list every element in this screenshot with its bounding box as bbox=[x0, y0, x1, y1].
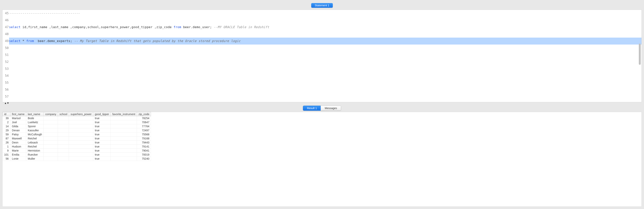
code-line[interactable]: ------------------------------------- bbox=[9, 10, 642, 17]
cell bbox=[69, 120, 93, 124]
cell: 72497 bbox=[137, 128, 151, 132]
table-row[interactable]: 39MarisolBodetrue78254 bbox=[3, 116, 151, 120]
cell: Reichel bbox=[26, 136, 44, 141]
code-line[interactable]: select * from beer.demo_experts; -- My T… bbox=[9, 38, 642, 45]
line-number: 55 bbox=[2, 79, 9, 86]
column-header[interactable]: school bbox=[58, 112, 69, 116]
cell: Muller bbox=[26, 157, 44, 161]
cell bbox=[44, 157, 58, 161]
cell: true bbox=[93, 153, 111, 157]
cell bbox=[58, 149, 69, 153]
line-number: 48 bbox=[2, 31, 9, 38]
cell: Devan bbox=[10, 128, 26, 132]
cell bbox=[44, 136, 58, 141]
column-header[interactable]: zip_code bbox=[137, 112, 151, 116]
cell: 70647 bbox=[137, 120, 151, 124]
column-header[interactable]: good_tipper bbox=[93, 112, 111, 116]
table-row[interactable]: 87MaxwellReicheltrue79168 bbox=[3, 136, 151, 141]
cell bbox=[58, 132, 69, 136]
code-line[interactable] bbox=[9, 58, 642, 65]
cell bbox=[58, 136, 69, 141]
results-grid[interactable]: idfirst_namelast_namecompanyschoolsuperh… bbox=[2, 112, 151, 161]
table-row[interactable]: 29DevanKassulketrue72497 bbox=[3, 128, 151, 132]
cell: Emilia bbox=[10, 153, 26, 157]
cell: true bbox=[93, 136, 111, 141]
cell: true bbox=[93, 120, 111, 124]
sql-editor[interactable]: 45464748495051525354555657 -------------… bbox=[2, 10, 642, 102]
cell bbox=[111, 124, 137, 128]
code-line[interactable] bbox=[9, 86, 642, 93]
column-header[interactable]: superhero_power bbox=[69, 112, 93, 116]
column-header[interactable]: company bbox=[44, 112, 58, 116]
line-number: 56 bbox=[2, 86, 9, 93]
cell bbox=[44, 124, 58, 128]
code-line[interactable] bbox=[9, 31, 642, 38]
cell bbox=[111, 141, 137, 145]
cell: Ruecker bbox=[26, 153, 44, 157]
cell bbox=[111, 157, 137, 161]
cell: 70019 bbox=[137, 153, 151, 157]
cell: true bbox=[93, 141, 111, 145]
cell bbox=[111, 128, 137, 132]
code-line[interactable] bbox=[9, 79, 642, 86]
cell bbox=[58, 153, 69, 157]
table-row[interactable]: 14GildaSporertrue77764 bbox=[3, 124, 151, 128]
code-line[interactable] bbox=[9, 65, 642, 72]
cell: 14 bbox=[3, 124, 10, 128]
cell: Bode bbox=[26, 116, 44, 120]
editor-scrollbar[interactable] bbox=[638, 10, 641, 102]
cell bbox=[44, 128, 58, 132]
code-line[interactable] bbox=[9, 45, 642, 52]
cell bbox=[58, 120, 69, 124]
cell bbox=[69, 153, 93, 157]
code-line[interactable] bbox=[9, 52, 642, 58]
column-header[interactable]: last_name bbox=[26, 112, 44, 116]
cell: true bbox=[93, 149, 111, 153]
cell bbox=[111, 132, 137, 136]
line-number: 47 bbox=[2, 24, 9, 31]
cell: Lueilwitz bbox=[26, 120, 44, 124]
tab-messages[interactable]: Messages bbox=[321, 106, 341, 111]
table-row[interactable]: 1HudsonReicheltrue79141 bbox=[3, 145, 151, 149]
tab-result[interactable]: Result 1 bbox=[303, 106, 321, 111]
column-header[interactable]: id bbox=[3, 112, 10, 116]
scrollbar-thumb[interactable] bbox=[639, 44, 641, 65]
statement-tab[interactable]: Statement 1 bbox=[311, 3, 333, 8]
code-line[interactable] bbox=[9, 93, 642, 100]
line-number: 50 bbox=[2, 45, 9, 52]
table-row[interactable]: 59PatsyMcCulloughtrue75568 bbox=[3, 132, 151, 136]
statement-tabs-bar: Statement 1 bbox=[2, 2, 642, 10]
table-row[interactable]: 26DeonLebsacktrue79443 bbox=[3, 141, 151, 145]
split-resize-grip[interactable]: ▲▼ bbox=[2, 102, 642, 104]
table-row[interactable]: 56LonieMullertrue75240 bbox=[3, 157, 151, 161]
code-line[interactable] bbox=[9, 17, 642, 24]
code-area[interactable]: ------------------------------------- se… bbox=[9, 10, 642, 102]
cell: Joel bbox=[10, 120, 26, 124]
cell: 79168 bbox=[137, 136, 151, 141]
table-row[interactable]: 2JoelLueilwitztrue70647 bbox=[3, 120, 151, 124]
cell: Kassulke bbox=[26, 128, 44, 132]
code-line[interactable] bbox=[9, 72, 642, 79]
cell: Deon bbox=[10, 141, 26, 145]
cell bbox=[58, 145, 69, 149]
cell: true bbox=[93, 145, 111, 149]
cell bbox=[44, 153, 58, 157]
cell: true bbox=[93, 132, 111, 136]
results-grid-panel[interactable]: idfirst_namelast_namecompanyschoolsuperh… bbox=[2, 112, 642, 207]
column-header[interactable]: first_name bbox=[10, 112, 26, 116]
code-line[interactable]: select id,first_name ,last_name ,company… bbox=[9, 24, 642, 31]
cell: Lebsack bbox=[26, 141, 44, 145]
cell bbox=[44, 141, 58, 145]
cell bbox=[69, 157, 93, 161]
cell: Hudson bbox=[10, 145, 26, 149]
column-header[interactable]: favorite_instrument bbox=[111, 112, 137, 116]
table-row[interactable]: 9MarieHermistontrue79041 bbox=[3, 149, 151, 153]
cell: McCullough bbox=[26, 132, 44, 136]
cell bbox=[58, 116, 69, 120]
table-header-row: idfirst_namelast_namecompanyschoolsuperh… bbox=[3, 112, 151, 116]
cell bbox=[111, 153, 137, 157]
cell: 26 bbox=[3, 141, 10, 145]
cell bbox=[44, 116, 58, 120]
cell bbox=[44, 132, 58, 136]
table-row[interactable]: 101EmiliaRueckertrue70019 bbox=[3, 153, 151, 157]
